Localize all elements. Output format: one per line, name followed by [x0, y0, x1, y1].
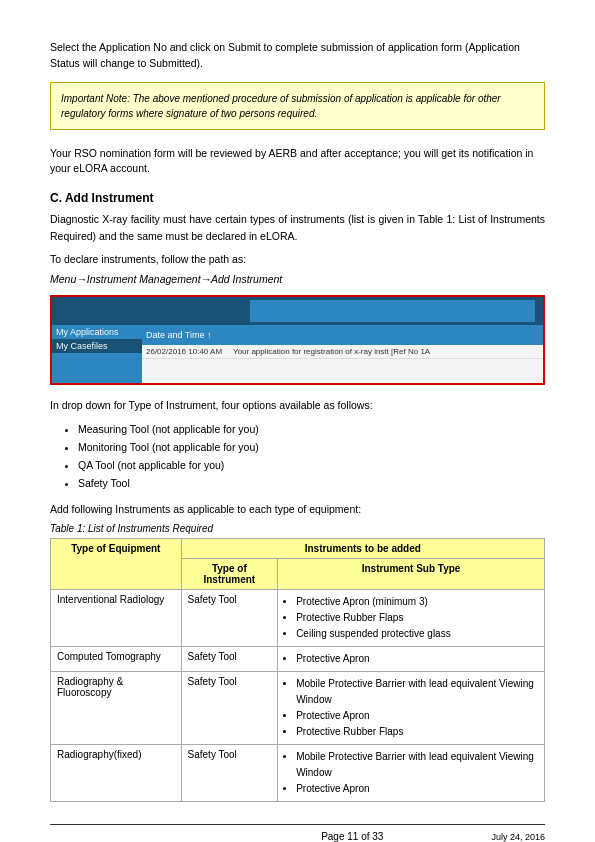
dropdown-text: In drop down for Type of Instrument, fou…: [50, 397, 545, 414]
table-row: Radiography(fixed) Safety Tool Mobile Pr…: [51, 744, 545, 801]
ui-top-bar: [52, 297, 543, 325]
table-title: Table 1: List of Instruments Required: [50, 523, 545, 534]
list-item: Protective Apron: [296, 651, 538, 667]
list-item: Mobile Protective Barrier with lead equi…: [296, 676, 538, 708]
col-header-instruments: Instruments to be added: [181, 538, 544, 558]
section-c-heading: C. Add Instrument: [50, 191, 545, 205]
list-item: QA Tool (not applicable for you): [78, 457, 545, 475]
menu-path: Menu→Instrument Management→Add Instrumen…: [50, 273, 545, 285]
ui-screenshot: My Applications My Casefiles Date and Ti…: [50, 295, 545, 385]
table-row: Computed Tomography Safety Tool Protecti…: [51, 646, 545, 671]
ui-content-header-date: Date and Time ↑: [146, 330, 539, 340]
footer-center: Page 11 of 33: [321, 831, 383, 842]
page: Select the Application No and click on S…: [0, 0, 595, 842]
section-c-desc: Diagnostic X-ray facility must have cert…: [50, 211, 545, 245]
list-item: Monitoring Tool (not applicable for you): [78, 439, 545, 457]
list-item: Protective Apron (minimum 3): [296, 594, 538, 610]
ui-content-row: 26/02/2016 10:40 AM Your application for…: [142, 345, 543, 359]
page-footer: Page 11 of 33 July 24, 2016 Always visit…: [50, 824, 545, 842]
ui-sidebar: My Applications My Casefiles: [52, 325, 142, 383]
important-note-text: Important Note: The above mentioned proc…: [61, 93, 501, 119]
table-row: Radiography & Fluoroscopy Safety Tool Mo…: [51, 671, 545, 744]
equipment-cell: Interventional Radiology: [51, 589, 182, 646]
footer-date: July 24, 2016: [383, 831, 545, 842]
equipment-cell: Computed Tomography: [51, 646, 182, 671]
col-header-equipment: Type of Equipment: [51, 538, 182, 589]
sidebar-item-my-casefiles: My Casefiles: [52, 339, 142, 353]
page-info: Page 11 of 33: [321, 831, 383, 842]
menu-path-text: Menu→Instrument Management→Add Instrumen…: [50, 273, 282, 285]
intro-text: Select the Application No and click on S…: [50, 40, 545, 72]
sidebar-item-my-applications: My Applications: [52, 325, 142, 339]
subtype-cell: Protective Apron: [278, 646, 545, 671]
instrument-type-cell: Safety Tool: [181, 671, 278, 744]
col-header-type: Type of Instrument: [181, 558, 278, 589]
ui-top-bar-inner: [250, 300, 535, 322]
equipment-cell: Radiography(fixed): [51, 744, 182, 801]
list-item: Mobile Protective Barrier with lead equi…: [296, 749, 538, 781]
instrument-type-cell: Safety Tool: [181, 646, 278, 671]
equipment-cell: Radiography & Fluoroscopy: [51, 671, 182, 744]
col-header-subtype: Instrument Sub Type: [278, 558, 545, 589]
list-item: Protective Apron: [296, 781, 538, 797]
dropdown-options-list: Measuring Tool (not applicable for you) …: [78, 421, 545, 492]
list-item: Safety Tool: [78, 475, 545, 493]
important-note: Important Note: The above mentioned proc…: [50, 82, 545, 130]
list-item: Protective Apron: [296, 708, 538, 724]
instruments-table: Type of Equipment Instruments to be adde…: [50, 538, 545, 802]
add-instruments-text: Add following Instruments as applicable …: [50, 503, 545, 515]
ui-content-area: Date and Time ↑ 26/02/2016 10:40 AM Your…: [142, 325, 543, 383]
list-item: Protective Rubber Flaps: [296, 610, 538, 626]
rso-text: Your RSO nomination form will be reviewe…: [50, 146, 545, 178]
list-item: Ceiling suspended protective glass: [296, 626, 538, 642]
table-row: Interventional Radiology Safety Tool Pro…: [51, 589, 545, 646]
subtype-cell: Mobile Protective Barrier with lead equi…: [278, 744, 545, 801]
path-intro-text: To declare instruments, follow the path …: [50, 253, 545, 265]
instrument-type-cell: Safety Tool: [181, 744, 278, 801]
list-item: Measuring Tool (not applicable for you): [78, 421, 545, 439]
subtype-cell: Mobile Protective Barrier with lead equi…: [278, 671, 545, 744]
subtype-cell: Protective Apron (minimum 3) Protective …: [278, 589, 545, 646]
list-item: Protective Rubber Flaps: [296, 724, 538, 740]
ui-content-header: Date and Time ↑: [142, 325, 543, 345]
instrument-type-cell: Safety Tool: [181, 589, 278, 646]
footer-right: July 24, 2016 Always visit eLORA for rec…: [383, 831, 545, 842]
